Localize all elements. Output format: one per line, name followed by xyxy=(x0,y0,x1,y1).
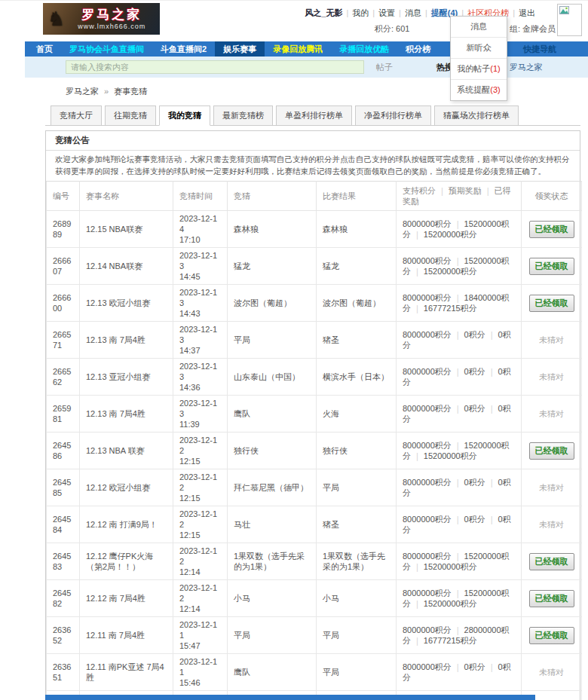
cell-event-name: 12.13 南 7局4胜 xyxy=(80,322,173,359)
bet-table: 编号赛事名称竞猜时间竞猜比赛结果支持积分｜预期奖励｜已得奖励领奖状态 26898… xyxy=(46,181,582,700)
points-header-0: 支持积分 xyxy=(403,186,436,195)
cell-guess: 山东泰山（中国） xyxy=(228,359,317,396)
cell-id: 266562 xyxy=(47,359,80,396)
tab-single-profit[interactable]: 单盈利排行榜单 xyxy=(276,105,352,126)
cell-points: 8000000积分｜0积分｜0积分 xyxy=(397,396,522,433)
cell-id: 263651 xyxy=(47,654,80,691)
claimed-button[interactable]: 已经领取 xyxy=(529,442,574,460)
tab-lobby[interactable]: 竞猜大厅 xyxy=(51,105,102,126)
pipe-separator: ｜ xyxy=(452,404,464,413)
cell-points: 8000000积分｜0积分｜0积分 xyxy=(397,654,522,691)
notice-item-system-reminders[interactable]: 系统提醒(3) xyxy=(451,79,507,100)
cell-event-name: 12.13 NBA 联赛 xyxy=(80,433,173,469)
table-row: 26660712.14 NBA联赛2023-12-1314:45猛龙猛龙8000… xyxy=(47,248,582,285)
points-value: 8000000积分 xyxy=(403,552,452,561)
table-header-row: 编号赛事名称竞猜时间竞猜比赛结果支持积分｜预期奖励｜已得奖励领奖状态 xyxy=(47,182,582,211)
hot-link-2[interactable]: 罗马之家 xyxy=(510,63,543,72)
bet-date: 2023-12-13 xyxy=(179,250,221,271)
table-row: 26660012.13 欧冠小组赛2023-12-1314:43波尔图（葡超）波… xyxy=(47,285,582,322)
cell-result: 横滨水手（日本） xyxy=(317,359,397,396)
points-value: 8000000积分 xyxy=(403,478,452,487)
cell-event-name: 12.11 南 7局4胜 xyxy=(80,617,173,654)
pipe-separator: ｜ xyxy=(452,256,464,265)
cell-id: 264582 xyxy=(47,580,80,617)
points-value: 15200000积分 xyxy=(424,267,477,276)
cell-id: 264584 xyxy=(47,506,80,543)
user-link-logout[interactable]: 退出 xyxy=(519,8,535,17)
claimed-button[interactable]: 已经领取 xyxy=(529,295,574,312)
claimed-button[interactable]: 已经领取 xyxy=(529,221,574,238)
tab-past[interactable]: 往期竞猜 xyxy=(105,105,156,126)
nav-item-douyu-room2[interactable]: 斗鱼直播间2 xyxy=(152,41,215,57)
points-value: 0积分 xyxy=(464,404,485,413)
breadcrumb-home-link[interactable]: 罗马之家 xyxy=(66,87,99,96)
pipe-separator: ｜ xyxy=(452,515,464,524)
claimed-button[interactable]: 已经领取 xyxy=(529,627,574,644)
cell-claim-status: 已经领取 xyxy=(522,433,582,469)
cell-bet-time: 2023-12-1311:39 xyxy=(173,396,228,433)
separator: | xyxy=(346,8,348,17)
quick-nav-button[interactable]: 快捷导航 xyxy=(523,41,556,57)
cell-claim-status: 未猜对 xyxy=(522,506,582,543)
tab-bar: 竞猜大厅往期竞猜我的竞猜最新竞猜榜单盈利排行榜单净盈利排行榜单猜赢场次排行榜单 xyxy=(45,105,580,126)
user-link-messages[interactable]: 消息 xyxy=(405,8,421,17)
cell-points: 8000000积分｜18400000积分｜16777215积分 xyxy=(397,285,522,322)
tab-latest[interactable]: 最新竞猜榜 xyxy=(213,105,273,126)
column-header-1: 赛事名称 xyxy=(80,182,173,211)
avatar[interactable] xyxy=(557,4,582,36)
search-type-select[interactable]: 帖子 xyxy=(376,62,393,73)
notice-item-my-posts[interactable]: 我的帖子(1) xyxy=(451,58,507,79)
bet-date: 2023-12-13 xyxy=(179,287,221,308)
points-value: 8000000积分 xyxy=(403,256,452,265)
pipe-separator: ｜ xyxy=(411,451,424,460)
cell-event-name: 12.11 南PK亚述 7局4胜 xyxy=(80,654,173,691)
table-row: 26365112.11 南PK亚述 7局4胜2023-12-1115:46鹰队平… xyxy=(47,654,582,691)
table-row: 26598112.13 南 7局4胜2023-12-1311:39鹰队火海800… xyxy=(47,396,582,433)
tab-mine[interactable]: 我的竞猜 xyxy=(159,105,210,126)
nav-item-replay-youku[interactable]: 录播回放优酷 xyxy=(331,41,397,57)
cell-result: 平局 xyxy=(317,654,397,691)
cell-points: 8000000积分｜0积分｜0积分 xyxy=(397,322,522,359)
cell-result: 1果双数（选手先采的为1果） xyxy=(317,543,397,580)
site-logo[interactable]: ♞ 罗马之家 www.lmxh666.com xyxy=(43,3,160,35)
cell-bet-time: 2023-12-1314:36 xyxy=(173,359,228,396)
status-text-missed: 未猜对 xyxy=(539,668,564,677)
claimed-button[interactable]: 已经领取 xyxy=(529,258,574,275)
nav-item-douyu-room[interactable]: 罗马协会斗鱼直播间 xyxy=(61,41,152,57)
pipe-separator: ｜ xyxy=(452,330,464,339)
tab-win-count[interactable]: 猜赢场次排行榜单 xyxy=(434,105,519,126)
nav-item-entertainment-events[interactable]: 娱乐赛事 xyxy=(215,41,265,57)
pipe-separator: ｜ xyxy=(485,404,498,413)
cell-guess: 平局 xyxy=(228,617,317,654)
cell-guess: 平局 xyxy=(228,322,317,359)
status-text-missed: 未猜对 xyxy=(539,372,564,381)
claimed-button[interactable]: 已经领取 xyxy=(529,553,574,570)
nav-item-points-ranking[interactable]: 积分榜 xyxy=(397,41,439,57)
notice-item-new-listeners[interactable]: 新听众 xyxy=(451,37,507,58)
status-text-missed: 未猜对 xyxy=(539,520,564,529)
cell-id: 266571 xyxy=(47,322,80,359)
user-link-my[interactable]: 我的 xyxy=(352,8,369,17)
notice-item-messages[interactable]: 消息 xyxy=(451,17,507,37)
claimed-button[interactable]: 已经领取 xyxy=(529,590,574,607)
user-link-username[interactable]: 风之_无影 xyxy=(305,8,342,17)
pipe-separator: ｜ xyxy=(452,478,464,487)
user-link-settings[interactable]: 设置 xyxy=(378,8,395,17)
cell-claim-status: 已经领取 xyxy=(522,248,582,285)
separator: | xyxy=(372,8,375,17)
cell-points: 8000000积分｜15200000积分｜15200000积分 xyxy=(397,433,522,469)
search-input[interactable] xyxy=(66,60,364,74)
cell-id: 266600 xyxy=(47,285,80,322)
cell-event-name: 12.13 南 7局4胜 xyxy=(80,396,173,433)
nav-item-home[interactable]: 首页 xyxy=(28,41,61,57)
pipe-separator: ｜ xyxy=(452,441,464,450)
tab-net-profit[interactable]: 净盈利排行榜单 xyxy=(355,105,431,126)
table-row: 26656212.13 亚冠小组赛2023-12-1314:36山东泰山（中国）… xyxy=(47,359,582,396)
cell-guess: 独行侠 xyxy=(228,433,317,469)
pipe-separator: ｜ xyxy=(452,367,464,376)
cell-guess: 鹰队 xyxy=(228,654,317,691)
announcement-title: 竞猜公告 xyxy=(46,131,580,151)
bet-time: 12:14 xyxy=(179,604,221,614)
nav-item-replay-tencent[interactable]: 录像回放腾讯 xyxy=(265,41,331,57)
broken-image-icon xyxy=(559,6,569,14)
